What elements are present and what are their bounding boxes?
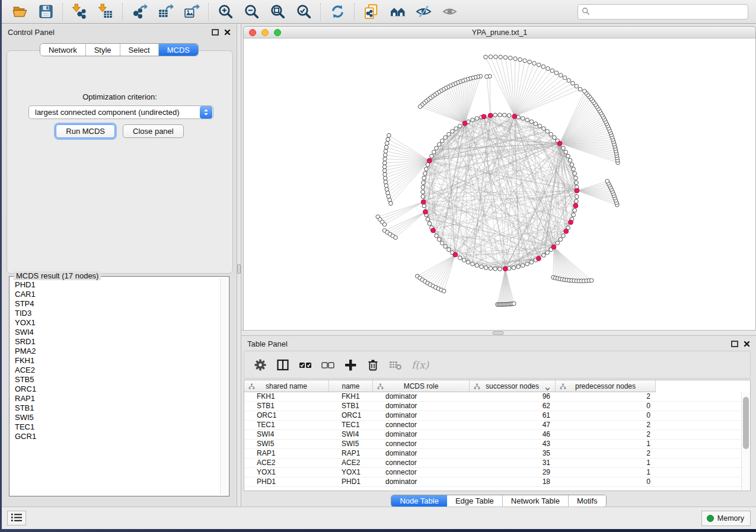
graph-node[interactable] [475,117,479,121]
column-header-name[interactable]: name [329,380,373,392]
graph-node[interactable] [435,146,439,150]
mcds-result-node[interactable]: CAR1 [15,290,219,299]
graph-edge[interactable] [577,191,615,198]
graph-node-mcds[interactable] [573,203,578,208]
graph-node[interactable] [525,262,529,266]
tab-network[interactable]: Network [40,44,86,56]
tab-select[interactable]: Select [120,44,159,56]
mcds-result-node[interactable]: GCR1 [15,432,219,441]
zoom-in-icon[interactable] [216,4,234,20]
graph-node[interactable] [422,176,426,180]
run-mcds-button[interactable]: Run MCDS [56,124,115,138]
mcds-result-node[interactable]: PHD1 [15,280,219,290]
graph-node[interactable] [542,127,546,131]
graph-node-mcds[interactable] [569,220,573,225]
graph-edge[interactable] [554,247,586,281]
mcds-result-node[interactable]: FKH1 [15,356,219,366]
graph-edge[interactable] [465,79,470,124]
graph-node[interactable] [503,113,507,117]
graph-node[interactable] [523,59,527,63]
graph-edge[interactable] [505,57,514,116]
graph-edge[interactable] [560,101,592,143]
graph-node-mcds[interactable] [575,188,579,193]
mcds-result-node[interactable]: PMA2 [15,347,219,356]
graph-edge[interactable] [393,212,425,236]
horizontal-splitter[interactable] [241,330,756,336]
column-header-predecessor-nodes[interactable]: predecessor nodes [556,380,656,392]
open-file-icon[interactable] [11,4,28,20]
graph-edge[interactable] [380,202,423,219]
graph-node[interactable] [525,118,529,122]
vertical-splitter[interactable] [237,24,241,507]
zoom-fit-icon[interactable] [269,4,286,20]
graph-node[interactable] [423,172,427,176]
memory-button[interactable]: Memory [701,511,751,526]
first-neighbors-icon[interactable] [388,4,406,20]
export-image-icon[interactable] [183,4,200,20]
graph-node[interactable] [554,71,559,75]
graph-node-mcds[interactable] [551,245,556,249]
graph-node[interactable] [513,57,518,61]
graph-node-mcds[interactable] [462,121,467,126]
graph-node[interactable] [537,63,541,67]
close-panel-icon[interactable] [744,341,750,347]
network-graph[interactable] [244,39,756,330]
table-row[interactable]: FKH1FKH1dominator962 [244,392,741,402]
graph-edge[interactable] [420,255,455,278]
graph-node[interactable] [498,267,502,271]
horizontal-splitter-grip[interactable] [493,331,503,335]
graph-node[interactable] [437,143,441,147]
graph-node[interactable] [546,129,550,133]
graph-node[interactable] [562,146,566,150]
graph-node[interactable] [572,213,576,217]
graph-node[interactable] [394,236,398,240]
graph-edge[interactable] [423,196,468,262]
graph-node[interactable] [471,118,475,122]
graph-node[interactable] [383,172,387,177]
graph-node[interactable] [542,254,546,258]
graph-node[interactable] [384,184,388,188]
graph-node[interactable] [562,234,566,238]
graph-node[interactable] [430,154,434,158]
graph-node[interactable] [421,185,425,190]
graph-node[interactable] [559,73,563,78]
close-panel-icon[interactable] [224,29,231,36]
graph-edge[interactable] [465,78,473,123]
save-session-icon[interactable] [37,4,55,20]
table-scrollbar[interactable] [741,392,750,491]
table-row[interactable]: PHD1PHD1dominator180 [244,477,741,487]
mcds-result-node[interactable]: RAP1 [15,394,219,403]
column-layout-icon[interactable] [275,357,291,373]
graph-node[interactable] [528,60,532,64]
mcds-result-node[interactable]: SRD1 [15,337,219,347]
graph-node[interactable] [454,127,458,131]
graph-node[interactable] [575,199,579,203]
graph-node[interactable] [421,190,425,194]
graph-edge[interactable] [441,91,465,123]
graph-node[interactable] [484,266,488,270]
graph-node[interactable] [440,241,444,245]
graph-node-mcds[interactable] [557,141,562,146]
hide-graphics-icon[interactable] [414,4,432,20]
graph-node[interactable] [567,78,571,82]
graph-node[interactable] [529,120,534,124]
graph-node[interactable] [384,149,388,153]
graph-edge[interactable] [425,255,455,281]
mcds-result-node[interactable]: SWI5 [15,413,219,422]
graph-edge[interactable] [436,255,455,287]
graph-edge[interactable] [553,247,554,277]
graph-node[interactable] [503,56,508,60]
mcds-result-node[interactable]: STB5 [15,375,219,384]
mcds-result-node[interactable]: ACE2 [15,366,219,375]
graph-node[interactable] [440,139,444,143]
graph-node[interactable] [389,201,393,206]
network-from-selection-icon[interactable] [362,4,380,20]
column-header-shared-name[interactable]: shared name [244,380,329,392]
graph-edge[interactable] [554,247,569,280]
graph-node-mcds[interactable] [488,113,493,118]
graph-node[interactable] [475,264,479,268]
graph-node-mcds[interactable] [421,200,426,204]
graph-node[interactable] [556,241,560,245]
graph-edge[interactable] [388,139,429,161]
graph-node-mcds[interactable] [503,267,508,271]
